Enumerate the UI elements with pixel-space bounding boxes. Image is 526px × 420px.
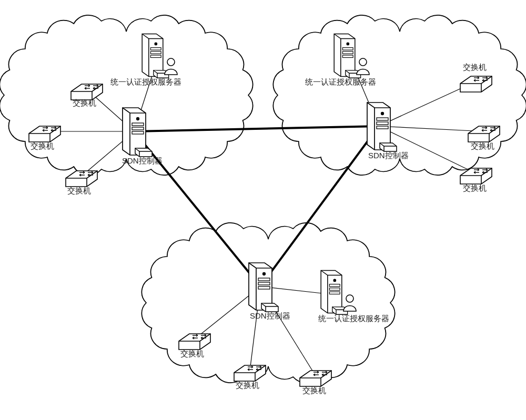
switch-label: 交换机 [180, 350, 204, 358]
switch-label: 交换机 [236, 381, 259, 390]
switch-label: 交换机 [31, 142, 54, 151]
switch-icon [234, 365, 266, 381]
switch-icon [179, 334, 210, 350]
diagram-svg [0, 0, 526, 420]
switch-icon [468, 126, 500, 142]
switch-icon [71, 84, 103, 100]
switch-label: 交换机 [463, 184, 487, 193]
person-icon [165, 58, 177, 75]
switch-icon [460, 168, 492, 184]
auth-server-label: 统一认证授权服务器 [110, 78, 181, 87]
switch-icon [300, 371, 331, 386]
svg-line-5 [134, 126, 379, 131]
switch-label: 交换机 [67, 187, 91, 196]
svg-line-14 [379, 126, 484, 131]
sdn-controller-icon [123, 108, 152, 157]
sdn-controller-label: SDN控制器 [122, 157, 163, 166]
switch-icon [29, 126, 60, 142]
auth-server-label: 统一认证授权服务器 [305, 78, 376, 87]
auth-server-icon [142, 34, 168, 78]
sdn-controller-label: SDN控制器 [368, 151, 409, 160]
auth-server-icon [334, 34, 360, 78]
sdn-controller-icon [249, 263, 278, 312]
svg-line-7 [260, 126, 379, 286]
person-icon [357, 58, 369, 75]
switch-label: 交换机 [73, 99, 96, 108]
switch-label: 交换机 [471, 142, 494, 151]
switch-icon [460, 76, 492, 92]
svg-line-6 [134, 131, 260, 286]
auth-server-icon [321, 271, 347, 315]
sdn-controller-label: SDN控制器 [250, 312, 290, 321]
switch-icon [66, 171, 97, 187]
switch-label: 交换机 [302, 386, 326, 395]
person-icon [343, 295, 356, 311]
switch-label: 交换机 [463, 63, 487, 72]
auth-server-label: 统一认证授权服务器 [318, 314, 389, 323]
diagram-stage: 统一认证授权服务器 交换机 交换机 交换机 SDN控制器 统一认证授权服务器 交… [0, 0, 526, 420]
